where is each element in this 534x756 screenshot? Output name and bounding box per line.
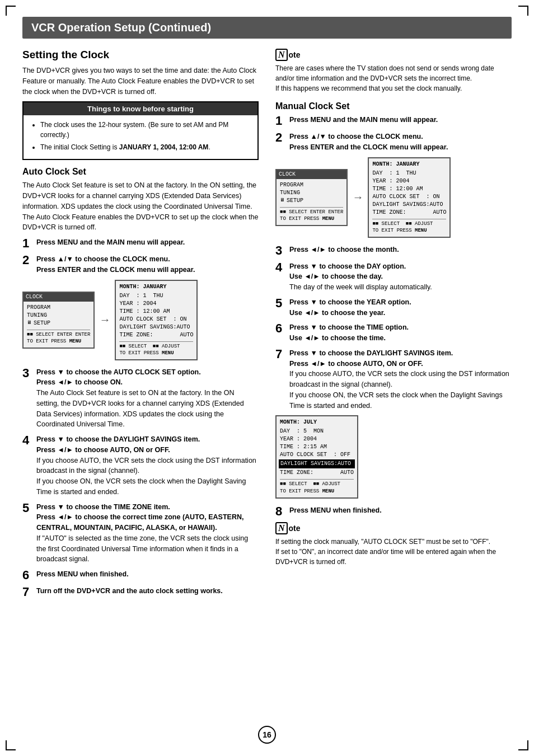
know-box-title: Things to know before starting: [24, 102, 257, 115]
step-num-7: 7: [22, 586, 34, 598]
setup-icon-2: 🖥: [280, 197, 285, 204]
manual-step-1: 1 Press MENU and the MAIN menu will appe…: [275, 115, 512, 127]
left-column: Setting the Clock The DVD+VCR gives you …: [22, 49, 259, 603]
manual-step-num-1: 1: [275, 115, 287, 127]
header-title: VCR Operation Setup (Continued): [31, 21, 211, 34]
setup-icon: 🖥: [27, 320, 32, 327]
step-content-5: Press ▼ to choose the TIME ZONE item. Pr…: [36, 502, 259, 565]
clock-year: YEAR : 2004: [119, 300, 193, 308]
clock-july-auto: AUTO CLOCK SET : OFF: [280, 451, 354, 459]
note-text-1: There are cases where the TV station doe…: [275, 63, 512, 93]
intro-text: The DVD+VCR gives you two ways to set th…: [22, 65, 259, 97]
manual-step-8: 8 Press MENU when finished.: [275, 505, 512, 518]
note-box-1: N ote There are cases where the TV stati…: [275, 49, 512, 93]
step-content-4: Press ▼ to choose the DAYLIGHT SAVINGS i…: [36, 434, 259, 497]
step-num-5: 5: [22, 502, 34, 514]
menu-header-clock: CLOCK: [24, 293, 93, 302]
clock-dst: DAYLIGHT SAVINGS:AUTO: [119, 323, 193, 331]
step-7: 7 Turn off the DVD+VCR and the auto cloc…: [22, 586, 259, 598]
page-number: 16: [258, 726, 276, 744]
clock-july-time: TIME : 2:15 AM: [280, 443, 354, 451]
clock-july-day: DAY : 5 MON: [280, 428, 354, 435]
page: VCR Operation Setup (Continued) Setting …: [0, 0, 534, 756]
step-5: 5 Press ▼ to choose the TIME ZONE item. …: [22, 502, 259, 565]
manual-step-7: 7 Press ▼ to choose the DAYLIGHT SAVINGS…: [275, 348, 512, 411]
menu-arrow-1: →: [99, 313, 110, 326]
know-box-content: The clock uses the 12-hour system. (Be s…: [24, 115, 257, 159]
manual-step-content-2: Press ▲/▼ to choose the CLOCK menu. Pres…: [289, 132, 512, 153]
menu-item-setup-2: SETUP: [287, 197, 303, 205]
clock-year-2: YEAR : 2004: [372, 177, 446, 185]
step-num-3: 3: [22, 367, 34, 379]
menu-box-july: MONTH: JULY DAY : 5 MON YEAR : 2004 TIME…: [275, 415, 358, 498]
clock-july-header: MONTH: JULY: [280, 419, 354, 426]
manual-step-6: 6 Press ▼ to choose the TIME option. Use…: [275, 322, 512, 344]
two-column-layout: Setting the Clock The DVD+VCR gives you …: [22, 49, 512, 603]
note-box-2: N ote If setting the clock manually, "AU…: [275, 522, 512, 567]
right-column: N ote There are cases where the TV stati…: [275, 49, 512, 603]
menu-item-tuning-2: TUNING: [280, 189, 343, 197]
clock-time: TIME : 12:00 AM: [119, 308, 193, 316]
menu-diagram-3: MONTH: JULY DAY : 5 MON YEAR : 2004 TIME…: [275, 415, 512, 498]
menu-header-clock-2: CLOCK: [277, 170, 346, 179]
menu-footer-2: ■■ SELECT ■■ ADJUSTTO EXIT PRESS MENU: [119, 341, 193, 357]
note-icon-2: N: [275, 522, 288, 534]
manual-step-2: 2 Press ▲/▼ to choose the CLOCK menu. Pr…: [275, 132, 512, 153]
clock-july-tz: TIME ZONE: AUTO: [280, 469, 354, 477]
manual-step-num-8: 8: [275, 505, 287, 518]
header-bar: VCR Operation Setup (Continued): [22, 17, 512, 39]
step-content-2: Press ▲/▼ to choose the CLOCK menu. Pres…: [36, 254, 259, 275]
step-content-6: Press MENU when finished.: [36, 569, 259, 580]
clock-dst-2: DAYLIGHT SAVINGS:AUTO: [372, 201, 446, 209]
clock-july-year: YEAR : 2004: [280, 435, 354, 443]
clock-time-2: TIME : 12:00 AM: [372, 185, 446, 193]
clock-auto: AUTO CLOCK SET : ON: [119, 316, 193, 323]
menu-item-program: PROGRAM: [27, 304, 90, 312]
note-label-1: ote: [289, 50, 301, 59]
corner-mark-tl: [6, 6, 16, 16]
know-item-1: The clock uses the 12-hour system. (Be s…: [40, 120, 251, 140]
clock-detail-header-2: MONTH: JANUARY: [372, 161, 446, 168]
menu-footer-5: ■■ SELECT ■■ ADJUSTTO EXIT PRESS MENU: [280, 479, 354, 495]
menu-item-setup-row-2: 🖥 SETUP: [280, 197, 343, 205]
manual-clock-title: Manual Clock Set: [275, 101, 512, 111]
step-6: 6 Press MENU when finished.: [22, 569, 259, 581]
section-title-clock: Setting the Clock: [22, 49, 259, 61]
clock-july-dst: DAYLIGHT SAVINGS:AUTO: [279, 459, 355, 468]
step-num-4: 4: [22, 434, 34, 447]
menu-item-setup: SETUP: [34, 320, 50, 327]
step-num-2: 2: [22, 254, 34, 266]
manual-step-num-3: 3: [275, 245, 287, 257]
manual-step-num-2: 2: [275, 132, 287, 144]
note-text-2: If setting the clock manually, "AUTO CLO…: [275, 537, 512, 567]
clock-day: DAY : 1 THU: [119, 292, 193, 300]
clock-tz: TIME ZONE: AUTO: [119, 331, 193, 339]
note-label-2: ote: [289, 524, 301, 533]
step-1: 1 Press MENU and the MAIN menu will appe…: [22, 237, 259, 250]
manual-step-content-1: Press MENU and the MAIN menu will appear…: [289, 115, 512, 125]
clock-detail-header: MONTH: JANUARY: [119, 283, 193, 291]
manual-step-content-5: Press ▼ to choose the YEAR option. Use ◄…: [289, 297, 512, 318]
manual-step-num-4: 4: [275, 261, 287, 274]
manual-step-content-4: Press ▼ to choose the DAY option. Use ◄/…: [289, 261, 512, 293]
auto-clock-title: Auto Clock Set: [22, 167, 259, 177]
step-2: 2 Press ▲/▼ to choose the CLOCK menu. Pr…: [22, 254, 259, 275]
menu-diagram-2: CLOCK PROGRAM TUNING 🖥 SETUP ■■ SELECT E…: [275, 157, 512, 238]
menu-footer-3: ■■ SELECT ENTER ENTERTO EXIT PRESS MENU: [280, 207, 343, 223]
step-num-1: 1: [22, 237, 34, 250]
manual-step-content-8: Press MENU when finished.: [289, 505, 512, 516]
know-item-2: The initial Clock Setting is JANUARY 1, …: [40, 142, 251, 152]
menu-box-clock-detail: MONTH: JANUARY DAY : 1 THU YEAR : 2004 T…: [115, 280, 198, 360]
corner-mark-tr: [518, 6, 528, 16]
menu-footer-1: ■■ SELECT ENTER ENTERTO EXIT PRESS MENU: [27, 330, 90, 345]
menu-box-main: CLOCK PROGRAM TUNING 🖥 SETUP ■■ SELECT E…: [22, 292, 95, 349]
auto-clock-intro: The Auto Clock Set feature is set to ON …: [22, 180, 259, 233]
know-box: Things to know before starting The clock…: [22, 101, 259, 160]
menu-diagram-1: CLOCK PROGRAM TUNING 🖥 SETUP ■■ SELECT E…: [22, 280, 259, 360]
manual-step-num-6: 6: [275, 322, 287, 335]
corner-mark-bl: [6, 740, 16, 750]
manual-step-content-7: Press ▼ to choose the DAYLIGHT SAVINGS i…: [289, 348, 512, 411]
menu-arrow-2: →: [352, 191, 363, 204]
note-icon-1: N: [275, 49, 288, 61]
step-3: 3 Press ▼ to choose the AUTO CLOCK SET o…: [22, 367, 259, 430]
